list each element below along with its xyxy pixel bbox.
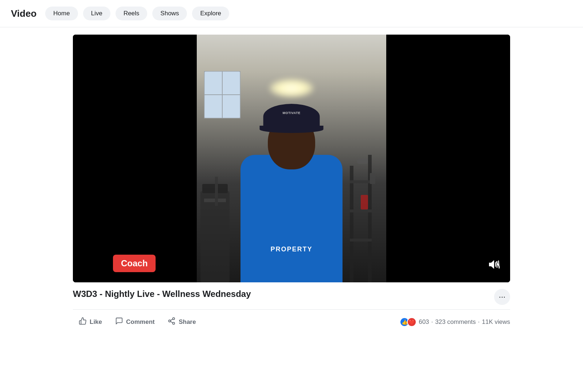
- share-icon: [168, 317, 176, 327]
- ceiling-light: [270, 79, 313, 97]
- share-label: Share: [179, 318, 196, 326]
- person-hoodie: PROPERTY: [240, 155, 343, 282]
- reactions-count: 603: [419, 318, 429, 326]
- cap-brim: [260, 126, 324, 133]
- svg-rect-6: [361, 195, 368, 209]
- like-button[interactable]: Like: [73, 313, 108, 330]
- svg-rect-15: [204, 71, 240, 118]
- comments-count: 323 comments: [435, 318, 476, 326]
- page-header: Video Home Live Reels Shows Explore: [0, 0, 583, 27]
- svg-marker-16: [489, 260, 494, 269]
- video-player[interactable]: PROPERTY MOTIVATE Coach: [73, 35, 510, 282]
- like-icon: [79, 317, 87, 327]
- coach-badge: Coach: [113, 255, 156, 272]
- nav-home[interactable]: Home: [45, 7, 78, 20]
- like-label: Like: [90, 318, 102, 326]
- action-bar: Like Comment: [73, 309, 510, 334]
- share-button[interactable]: Share: [162, 313, 201, 330]
- svg-line-25: [171, 319, 173, 321]
- window: [204, 71, 240, 118]
- video-title: W3D3 - Nightly Live - Wellness Wednesday: [73, 289, 251, 299]
- svg-rect-5: [357, 158, 368, 164]
- nav-shows[interactable]: Shows: [152, 7, 187, 20]
- stats-separator-1: ·: [431, 318, 433, 326]
- love-reaction-icon: ❤️: [407, 317, 416, 327]
- page-title: Video: [11, 8, 36, 19]
- volume-icon[interactable]: [488, 259, 500, 272]
- svg-rect-2: [350, 180, 372, 183]
- comment-label: Comment: [126, 318, 154, 326]
- video-info: W3D3 - Nightly Live - Wellness Wednesday…: [73, 282, 510, 309]
- svg-line-24: [171, 321, 173, 323]
- video-area[interactable]: PROPERTY MOTIVATE Coach: [73, 35, 510, 282]
- svg-rect-11: [215, 177, 218, 206]
- svg-rect-7: [370, 173, 375, 184]
- comment-icon: [115, 317, 123, 327]
- nav-explore[interactable]: Explore: [192, 7, 229, 20]
- action-buttons: Like Comment: [73, 313, 202, 330]
- more-options-button[interactable]: ···: [494, 289, 510, 305]
- svg-rect-4: [350, 239, 372, 242]
- nav-live[interactable]: Live: [83, 7, 110, 20]
- svg-rect-3: [350, 209, 372, 212]
- nav-reels[interactable]: Reels: [116, 7, 147, 20]
- main-content: PROPERTY MOTIVATE Coach: [36, 35, 547, 334]
- video-scene: PROPERTY MOTIVATE: [197, 35, 386, 282]
- stats-separator-2: ·: [478, 318, 480, 326]
- comment-button[interactable]: Comment: [109, 313, 160, 330]
- stats-section: 👍 ❤️ 603 · 323 comments · 11K views: [400, 317, 510, 327]
- views-count: 11K views: [482, 318, 510, 326]
- reaction-icons: 👍 ❤️: [400, 317, 416, 327]
